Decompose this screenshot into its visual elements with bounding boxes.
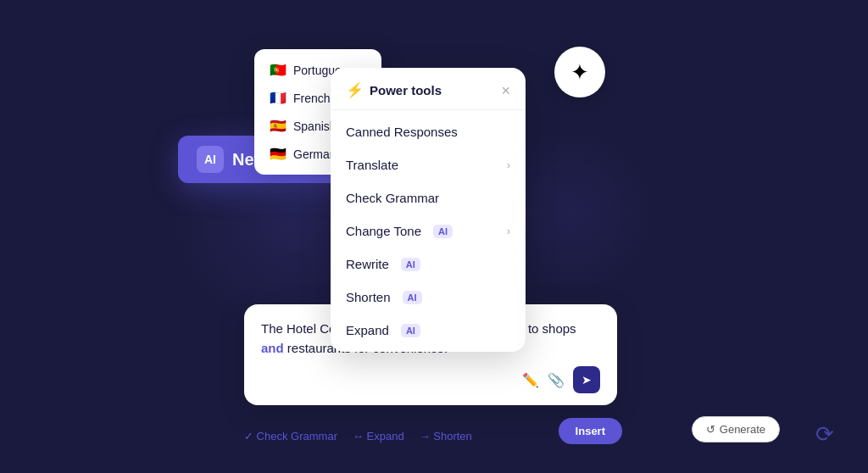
menu-item-canned-responses-label: Canned Responses <box>346 125 458 139</box>
chevron-right-tone-icon: › <box>507 225 510 237</box>
ai-icon-box: AI <box>197 146 224 173</box>
menu-item-canned-responses[interactable]: Canned Responses <box>331 115 526 148</box>
menu-item-translate[interactable]: Translate › <box>331 148 526 181</box>
app-logo: ⟳ <box>815 421 834 448</box>
menu-item-change-tone[interactable]: Change Tone AI › 😊 Friendly 💼 Profession… <box>331 214 526 248</box>
power-tools-icon: ⚡ <box>346 81 364 99</box>
attach-icon[interactable]: 📎 <box>548 372 565 388</box>
power-tools-title: ⚡ Power tools <box>346 81 442 99</box>
language-label-spanish: Spanish <box>293 120 337 133</box>
ai-label: AI <box>204 153 216 166</box>
ai-tag-shorten: AI <box>403 291 422 304</box>
send-icon-arrow: ➤ <box>581 373 592 387</box>
language-label-french: French <box>293 92 331 105</box>
generate-label: Generate <box>720 423 765 436</box>
flag-spanish: 🇪🇸 <box>270 118 287 134</box>
ai-tag-rewrite: AI <box>401 258 420 271</box>
change-tone-left: Change Tone AI <box>346 224 453 238</box>
shorten-button[interactable]: → Shorten <box>420 430 472 442</box>
menu-item-rewrite[interactable]: Rewrite AI <box>331 248 526 281</box>
insert-button[interactable]: Insert <box>559 418 622 444</box>
close-button[interactable]: × <box>501 83 510 98</box>
menu-item-check-grammar-label: Check Grammar <box>346 191 439 205</box>
sparkle-button[interactable]: ✦ <box>554 47 605 97</box>
flag-german: 🇩🇪 <box>270 146 287 162</box>
menu-item-change-tone-label: Change Tone <box>346 224 421 238</box>
edit-icon[interactable]: ✏️ <box>522 372 539 388</box>
send-button[interactable]: ➤ <box>573 366 600 393</box>
ai-tag-expand: AI <box>401 324 420 337</box>
flag-portuguese: 🇵🇹 <box>270 62 287 78</box>
rewrite-left: Rewrite AI <box>346 257 420 271</box>
generate-button[interactable]: ↺ Generate <box>692 416 780 442</box>
menu-item-shorten[interactable]: Shorten AI <box>331 281 526 314</box>
expand-left: Expand AI <box>346 323 420 337</box>
shorten-left: Shorten AI <box>346 290 422 304</box>
text-actions: ✏️ 📎 ➤ <box>261 366 600 393</box>
generate-icon: ↺ <box>706 423 715 436</box>
logo-icon: ⟳ <box>815 421 834 447</box>
chevron-right-icon: › <box>507 159 510 171</box>
sparkle-icon: ✦ <box>570 59 589 86</box>
menu-item-shorten-label: Shorten <box>346 290 391 304</box>
ai-tag-change-tone: AI <box>433 225 453 238</box>
power-tools-menu: Canned Responses Translate › Check Gramm… <box>331 110 526 352</box>
menu-item-check-grammar[interactable]: Check Grammar <box>331 181 526 214</box>
bottom-actions: ✓ Check Grammar ↔ Expand → Shorten <box>244 430 472 442</box>
menu-item-expand-label: Expand <box>346 323 389 337</box>
text-highlight: and <box>261 341 284 355</box>
expand-button[interactable]: ↔ Expand <box>353 430 404 442</box>
power-tools-header: ⚡ Power tools × <box>331 68 526 110</box>
language-label-german: German <box>293 147 337 161</box>
menu-item-expand[interactable]: Expand AI <box>331 314 526 347</box>
power-tools-title-text: Power tools <box>370 83 442 97</box>
check-grammar-button[interactable]: ✓ Check Grammar <box>244 430 337 442</box>
power-tools-panel: ⚡ Power tools × Canned Responses Transla… <box>331 68 526 352</box>
menu-item-rewrite-label: Rewrite <box>346 257 389 271</box>
menu-item-translate-label: Translate <box>346 158 398 172</box>
flag-french: 🇫🇷 <box>270 90 287 106</box>
